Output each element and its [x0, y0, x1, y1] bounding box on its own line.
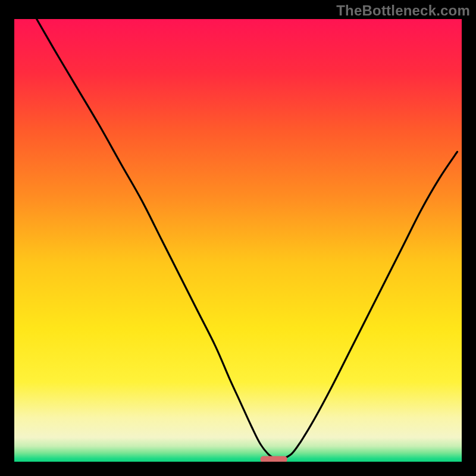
chart-plot-area	[14, 19, 462, 462]
chart-frame: TheBottleneck.com	[0, 0, 476, 476]
minimum-marker	[261, 456, 287, 462]
watermark-text: TheBottleneck.com	[336, 2, 470, 19]
chart-svg	[14, 19, 462, 462]
